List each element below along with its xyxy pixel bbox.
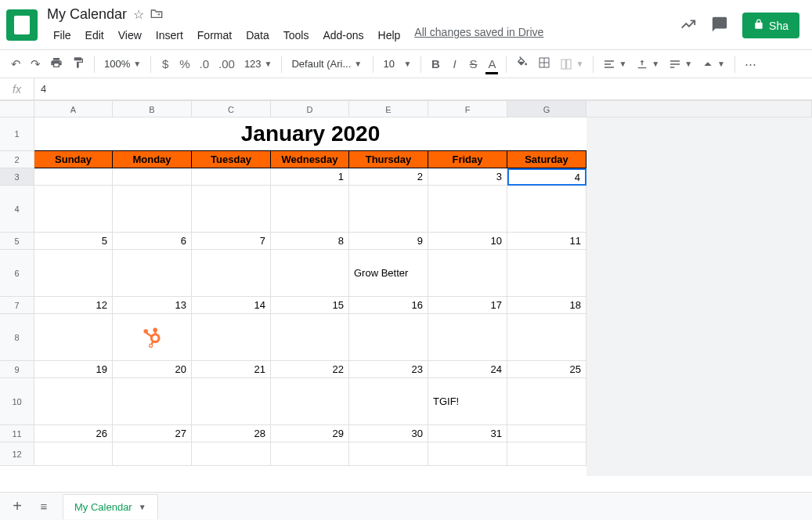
select-all-corner[interactable] bbox=[0, 100, 34, 117]
cell-G11[interactable] bbox=[507, 425, 586, 442]
cell-E4[interactable] bbox=[349, 186, 428, 233]
row-header-5[interactable]: 5 bbox=[0, 233, 34, 250]
day-header-tuesday[interactable]: Tuesday bbox=[192, 151, 271, 168]
strikethrough-button[interactable]: S bbox=[465, 54, 481, 74]
row-header-4[interactable]: 4 bbox=[0, 186, 34, 233]
cell-D9[interactable]: 22 bbox=[271, 361, 349, 378]
cell-C10[interactable] bbox=[192, 378, 271, 425]
cell-G5[interactable]: 11 bbox=[507, 233, 586, 250]
cell-C4[interactable] bbox=[192, 186, 271, 233]
menu-view[interactable]: View bbox=[112, 26, 148, 45]
cell-B7[interactable]: 13 bbox=[113, 297, 192, 314]
font-size-dropdown[interactable]: 10▼ bbox=[380, 56, 414, 71]
font-dropdown[interactable]: Default (Ari...▼ bbox=[288, 56, 366, 71]
doc-title[interactable]: My Calendar bbox=[47, 6, 127, 23]
cell-F7[interactable]: 17 bbox=[428, 297, 507, 314]
menu-edit[interactable]: Edit bbox=[79, 26, 110, 45]
cell-B11[interactable]: 27 bbox=[113, 425, 192, 442]
bold-button[interactable]: B bbox=[428, 54, 443, 74]
column-header-D[interactable]: D bbox=[271, 100, 349, 117]
menu-tools[interactable]: Tools bbox=[277, 26, 316, 45]
cell-F6[interactable] bbox=[428, 250, 507, 297]
text-wrap-dropdown[interactable]: ▼ bbox=[666, 56, 695, 72]
hubspot-logo-cell[interactable] bbox=[113, 314, 192, 361]
cell-D12[interactable] bbox=[271, 442, 349, 466]
row-header-3[interactable]: 3 bbox=[0, 168, 34, 186]
share-button[interactable]: Sha bbox=[742, 13, 799, 38]
cell-G4[interactable] bbox=[507, 186, 586, 233]
cell-A5[interactable]: 5 bbox=[34, 233, 113, 250]
cell-D8[interactable] bbox=[271, 314, 349, 361]
save-status[interactable]: All changes saved in Drive bbox=[414, 26, 543, 45]
cell-grow-better[interactable]: Grow Better bbox=[349, 250, 428, 297]
cell-F4[interactable] bbox=[428, 186, 507, 233]
cell-E11[interactable]: 30 bbox=[349, 425, 428, 442]
cell-A12[interactable] bbox=[34, 442, 113, 466]
menu-insert[interactable]: Insert bbox=[150, 26, 189, 45]
currency-button[interactable]: $ bbox=[157, 54, 173, 74]
cell-F11[interactable]: 31 bbox=[428, 425, 507, 442]
column-header-A[interactable]: A bbox=[34, 100, 113, 117]
menu-file[interactable]: File bbox=[47, 26, 78, 45]
cell-A3[interactable] bbox=[34, 168, 113, 186]
percent-button[interactable]: % bbox=[176, 54, 193, 74]
row-header-12[interactable]: 12 bbox=[0, 442, 34, 466]
cell-E8[interactable] bbox=[349, 314, 428, 361]
cell-A11[interactable]: 26 bbox=[34, 425, 113, 442]
merge-cells-dropdown[interactable]: ▼ bbox=[557, 56, 586, 72]
cell-B3[interactable] bbox=[113, 168, 192, 186]
cell-C12[interactable] bbox=[192, 442, 271, 466]
cell-D7[interactable]: 15 bbox=[271, 297, 349, 314]
cell-G12[interactable] bbox=[507, 442, 586, 466]
cell-C5[interactable]: 7 bbox=[192, 233, 271, 250]
cell-F5[interactable]: 10 bbox=[428, 233, 507, 250]
day-header-friday[interactable]: Friday bbox=[428, 151, 507, 168]
cell-C3[interactable] bbox=[192, 168, 271, 186]
menu-format[interactable]: Format bbox=[191, 26, 238, 45]
cell-F9[interactable]: 24 bbox=[428, 361, 507, 378]
sheets-logo[interactable] bbox=[6, 9, 38, 41]
row-header-10[interactable]: 10 bbox=[0, 378, 34, 425]
italic-button[interactable]: I bbox=[446, 54, 462, 74]
horizontal-align-dropdown[interactable]: ▼ bbox=[600, 56, 630, 72]
borders-button[interactable] bbox=[535, 53, 554, 74]
cell-tgif[interactable]: TGIF! bbox=[428, 378, 507, 425]
increase-decimal-button[interactable]: .00 bbox=[215, 54, 238, 74]
activity-icon[interactable] bbox=[680, 16, 697, 36]
add-sheet-button[interactable]: + bbox=[9, 494, 25, 518]
row-header-1[interactable]: 1 bbox=[0, 117, 34, 151]
cell-G7[interactable]: 18 bbox=[507, 297, 586, 314]
vertical-align-dropdown[interactable]: ▼ bbox=[633, 56, 662, 72]
paint-format-button[interactable] bbox=[69, 53, 88, 74]
cell-D5[interactable]: 8 bbox=[271, 233, 349, 250]
cell-E5[interactable]: 9 bbox=[349, 233, 428, 250]
print-button[interactable] bbox=[47, 53, 66, 74]
menu-addons[interactable]: Add-ons bbox=[316, 26, 370, 45]
move-icon[interactable] bbox=[150, 8, 163, 22]
cell-F3[interactable]: 3 bbox=[428, 168, 507, 186]
all-sheets-button[interactable]: ≡ bbox=[36, 497, 52, 516]
day-header-saturday[interactable]: Saturday bbox=[507, 151, 586, 168]
star-icon[interactable]: ☆ bbox=[133, 7, 144, 22]
more-toolbar-button[interactable]: ⋯ bbox=[742, 54, 760, 74]
cell-E7[interactable]: 16 bbox=[349, 297, 428, 314]
fill-color-button[interactable] bbox=[513, 53, 532, 74]
menu-data[interactable]: Data bbox=[240, 26, 276, 45]
day-header-thursday[interactable]: Thursday bbox=[349, 151, 428, 168]
column-header-C[interactable]: C bbox=[192, 100, 271, 117]
undo-button[interactable]: ↶ bbox=[8, 54, 24, 74]
zoom-dropdown[interactable]: 100%▼ bbox=[101, 56, 144, 71]
cell-B12[interactable] bbox=[113, 442, 192, 466]
formula-bar[interactable]: 4 bbox=[34, 83, 812, 95]
cell-C9[interactable]: 21 bbox=[192, 361, 271, 378]
redo-button[interactable]: ↷ bbox=[27, 54, 44, 74]
sheet-tab-menu-icon[interactable]: ▼ bbox=[139, 503, 146, 511]
cell-E3[interactable]: 2 bbox=[349, 168, 428, 186]
cell-E9[interactable]: 23 bbox=[349, 361, 428, 378]
cell-A6[interactable] bbox=[34, 250, 113, 297]
cell-G10[interactable] bbox=[507, 378, 586, 425]
cell-C6[interactable] bbox=[192, 250, 271, 297]
row-header-2[interactable]: 2 bbox=[0, 151, 34, 168]
cell-E12[interactable] bbox=[349, 442, 428, 466]
cell-C7[interactable]: 14 bbox=[192, 297, 271, 314]
